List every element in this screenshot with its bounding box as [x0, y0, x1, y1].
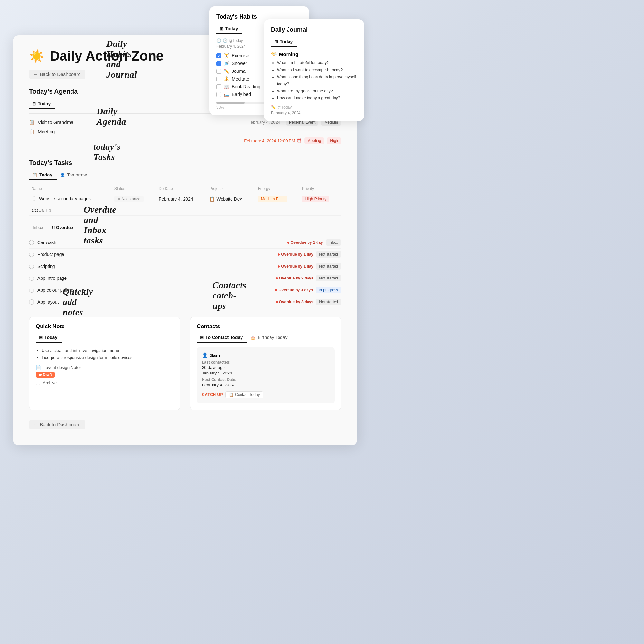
habits-progress-bar-fill — [216, 102, 245, 104]
archive-row: Archive — [36, 380, 174, 385]
draft-badge: Draft — [36, 370, 174, 378]
list-item: Product page Overdue by 1 day Not starte… — [29, 249, 341, 260]
count-row: COUNT 1 — [29, 205, 341, 216]
footer-back-button[interactable]: ← Back to Dashboard — [29, 420, 85, 429]
habit-check-2: ✓ — [216, 61, 221, 66]
overdue-tab[interactable]: !! Overdue — [48, 223, 77, 232]
tasks-table: Name Status Do Date Projects Energy Prio… — [29, 185, 341, 216]
col-priority: Priority — [299, 185, 341, 193]
contact-last-contacted-ago: 30 days ago — [202, 365, 329, 370]
overdue-name-4: App intro page — [37, 276, 67, 281]
agenda-item-2-second-row: February 4, 2024 12:00 PM ⏰ Meeting High — [29, 137, 341, 145]
overdue-circle-3 — [29, 264, 34, 269]
quick-note-tab-today[interactable]: ⊞ Today — [36, 333, 62, 343]
priority-badge: High Priority — [302, 196, 329, 202]
archive-checkbox[interactable] — [36, 381, 40, 385]
quick-note-title: Quick Note — [36, 323, 174, 330]
list-item: What are my goals for the day? — [277, 88, 357, 95]
back-to-dashboard-button[interactable]: ← Back to Dashboard — [29, 70, 85, 79]
list-item: Incorporate responsive design for mobile… — [42, 354, 174, 361]
overdue-badge-1: Overdue by 1 day — [287, 240, 323, 245]
quick-note-card: Quick Note ⊞ Today Use a clean and intui… — [29, 317, 180, 410]
file-icon: 📄 — [36, 365, 41, 370]
overdue-circle-1 — [29, 240, 34, 245]
tasks-tab-bar: 📋 Today 👤 Tomorrow — [29, 170, 341, 180]
contact-last-contacted-date: January 5, 2024 — [202, 371, 329, 375]
habit-check-1: ✓ — [216, 53, 221, 58]
contact-today-button[interactable]: 📋 Contact Today — [225, 391, 263, 398]
overdue-name-6: App layout — [37, 299, 59, 305]
task-status: Not started — [112, 193, 156, 205]
journal-tab-today[interactable]: ⊞ Today — [271, 37, 297, 47]
bottom-row: Quick Note ⊞ Today Use a clean and intui… — [29, 317, 341, 410]
task-project: 📋 Website Dev — [207, 193, 255, 205]
journal-footer: ✏️ @Today — [271, 105, 357, 109]
journal-title: Daily Journal — [271, 26, 357, 33]
list-item: App colour pallete Overdue by 3 days In … — [29, 284, 341, 296]
draft-label: Draft — [36, 372, 55, 378]
overdue-status-4: Not started — [316, 275, 341, 281]
habit-check-4 — [216, 77, 221, 81]
overdue-status-2: Not started — [316, 251, 341, 258]
contact-actions: CATCH UP 📋 Contact Today — [202, 391, 329, 398]
overdue-name-3: Scripting — [37, 264, 55, 269]
tasks-title: Today's Tasks — [29, 159, 341, 166]
habits-tab-today[interactable]: ⊞ Today — [216, 24, 242, 34]
overdue-badge-4: Overdue by 2 days — [276, 276, 314, 280]
task-name: Website secondary pages — [29, 193, 112, 205]
status-badge-not-started: Not started — [114, 196, 144, 202]
contact-item: 👤 Sam Last contacted: 30 days ago Januar… — [197, 347, 335, 403]
list-item: How can I make today a great day? — [277, 95, 357, 102]
list-item: App layout Overdue by 3 days Not started — [29, 296, 341, 308]
note-file-row: 📄 Layout design Notes — [36, 365, 174, 370]
section-divider-1 — [29, 155, 341, 155]
journal-card: Daily Journal ⊞ Today 🌤️ Morning What am… — [264, 19, 364, 121]
overdue-circle-6 — [29, 299, 34, 305]
list-item: Scripting Overdue by 1 day Not started — [29, 260, 341, 272]
col-dodate: Do Date — [156, 185, 207, 193]
habit-check-6 — [216, 92, 221, 97]
contacts-tab-bar: ⊞ To Contact Today 🎂 Birthday Today — [197, 333, 335, 343]
list-item: What am I grateful for today? — [277, 60, 357, 67]
task-priority: High Priority — [299, 193, 341, 205]
overdue-name-5: App colour pallete — [37, 288, 73, 293]
contacts-card: Contacts ⊞ To Contact Today 🎂 Birthday T… — [190, 317, 341, 410]
agenda-item-2-time: February 4, 2024 12:00 PM ⏰ — [244, 138, 301, 143]
agenda-item-2-tag-high: High — [327, 137, 341, 144]
agenda-item-icon-1: 📋 — [29, 120, 34, 125]
contacts-tab-birthday[interactable]: 🎂 Birthday Today — [247, 333, 292, 343]
journal-questions-list: What am I grateful for today? What do I … — [271, 60, 357, 102]
contact-person-icon: 👤 — [202, 352, 208, 358]
file-label: Layout design Notes — [43, 365, 82, 370]
overdue-status-3: Not started — [316, 263, 341, 270]
sun-icon: ☀️ — [29, 49, 44, 63]
tasks-section: Today's Tasks 📋 Today 👤 Tomorrow Name St… — [29, 159, 341, 216]
catch-up-button[interactable]: CATCH UP — [202, 391, 223, 398]
overdue-badge-6: Overdue by 3 days — [276, 300, 314, 304]
task-dodate: February 4, 2024 — [156, 193, 207, 205]
list-item: What is one thing I can do to improve my… — [277, 74, 357, 88]
overdue-circle-2 — [29, 252, 34, 257]
quick-note-list: Use a clean and intuitive navigation men… — [36, 347, 174, 361]
agenda-tab-today[interactable]: ⊞ Today — [29, 99, 55, 109]
contacts-tab-today[interactable]: ⊞ To Contact Today — [197, 333, 247, 343]
col-energy: Energy — [255, 185, 299, 193]
overdue-status-6: Not started — [316, 299, 341, 305]
habit-check-3 — [216, 69, 221, 74]
tasks-tab-tomorrow[interactable]: 👤 Tomorrow — [57, 170, 91, 180]
agenda-tab-icon: ⊞ — [32, 101, 36, 106]
archive-label: Archive — [43, 380, 57, 385]
contact-name: 👤 Sam — [202, 352, 329, 358]
overdue-list: Car wash Overdue by 1 day Inbox Product … — [29, 237, 341, 308]
agenda-item-2-tag-meeting: Meeting — [304, 137, 325, 144]
inbox-tab[interactable]: Inbox — [29, 223, 47, 232]
tasks-tab-today[interactable]: 📋 Today — [29, 170, 57, 180]
contacts-title: Contacts — [197, 323, 335, 330]
journal-footer-date: February 4, 2024 — [271, 111, 357, 115]
journal-morning-title: 🌤️ Morning — [271, 51, 357, 57]
quick-note-tab-bar: ⊞ Today — [36, 333, 174, 343]
list-item: App intro page Overdue by 2 days Not sta… — [29, 272, 341, 284]
agenda-item-name-2: Meeting — [38, 129, 55, 134]
task-energy: Medium En... — [255, 193, 299, 205]
page-title: Daily Action Zone — [50, 48, 164, 64]
